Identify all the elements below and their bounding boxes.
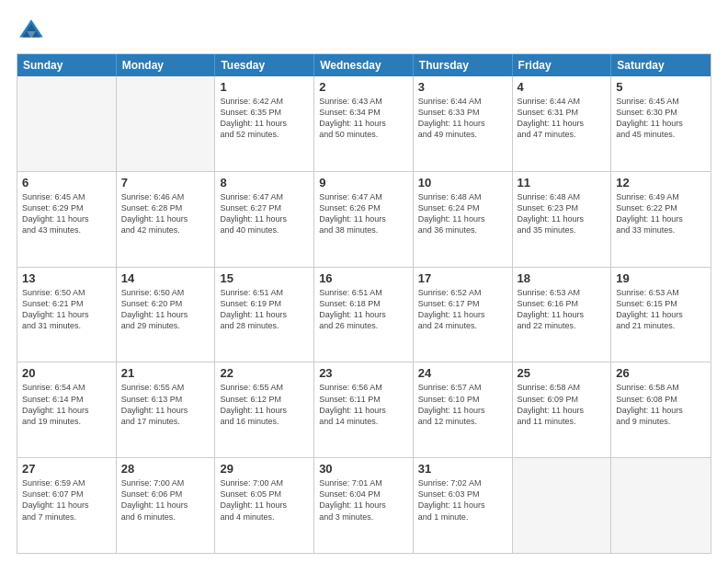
day-number: 24 bbox=[418, 366, 507, 380]
day-number: 13 bbox=[22, 271, 111, 285]
header-cell-friday: Friday bbox=[513, 54, 612, 76]
cal-cell: 25Sunrise: 6:58 AMSunset: 6:09 PMDayligh… bbox=[513, 362, 612, 457]
calendar: SundayMondayTuesdayWednesdayThursdayFrid… bbox=[17, 53, 711, 554]
header-cell-wednesday: Wednesday bbox=[314, 54, 414, 76]
header-cell-tuesday: Tuesday bbox=[215, 54, 314, 76]
cal-cell: 9Sunrise: 6:47 AMSunset: 6:26 PMDaylight… bbox=[314, 172, 414, 267]
cal-cell: 27Sunrise: 6:59 AMSunset: 6:07 PMDayligh… bbox=[17, 458, 117, 553]
cell-detail: Sunrise: 6:45 AMSunset: 6:29 PMDaylight:… bbox=[22, 191, 111, 236]
cell-detail: Sunrise: 6:47 AMSunset: 6:27 PMDaylight:… bbox=[220, 191, 309, 236]
cell-detail: Sunrise: 6:58 AMSunset: 6:09 PMDaylight:… bbox=[518, 382, 607, 427]
day-number: 14 bbox=[121, 271, 210, 285]
cell-detail: Sunrise: 6:46 AMSunset: 6:28 PMDaylight:… bbox=[121, 191, 210, 236]
day-number: 25 bbox=[518, 366, 607, 380]
header bbox=[17, 17, 711, 46]
cell-detail: Sunrise: 6:48 AMSunset: 6:24 PMDaylight:… bbox=[418, 191, 507, 236]
cal-cell: 28Sunrise: 7:00 AMSunset: 6:06 PMDayligh… bbox=[117, 458, 216, 553]
cell-detail: Sunrise: 6:51 AMSunset: 6:18 PMDaylight:… bbox=[319, 287, 408, 332]
day-number: 6 bbox=[22, 176, 111, 190]
cal-cell: 22Sunrise: 6:55 AMSunset: 6:12 PMDayligh… bbox=[215, 362, 314, 457]
cal-row-0: 1Sunrise: 6:42 AMSunset: 6:35 PMDaylight… bbox=[17, 76, 711, 172]
cell-detail: Sunrise: 6:54 AMSunset: 6:14 PMDaylight:… bbox=[22, 382, 111, 427]
cell-detail: Sunrise: 7:01 AMSunset: 6:04 PMDaylight:… bbox=[319, 477, 408, 523]
cal-cell: 10Sunrise: 6:48 AMSunset: 6:24 PMDayligh… bbox=[414, 172, 513, 267]
cell-detail: Sunrise: 6:50 AMSunset: 6:20 PMDaylight:… bbox=[121, 287, 210, 332]
header-cell-sunday: Sunday bbox=[17, 54, 117, 76]
day-number: 4 bbox=[518, 80, 607, 94]
cell-detail: Sunrise: 6:48 AMSunset: 6:23 PMDaylight:… bbox=[518, 191, 607, 236]
cal-cell: 17Sunrise: 6:52 AMSunset: 6:17 PMDayligh… bbox=[414, 268, 513, 362]
cal-row-2: 13Sunrise: 6:50 AMSunset: 6:21 PMDayligh… bbox=[17, 268, 711, 363]
header-cell-thursday: Thursday bbox=[414, 54, 513, 76]
cell-detail: Sunrise: 6:44 AMSunset: 6:31 PMDaylight:… bbox=[518, 96, 607, 141]
day-number: 29 bbox=[220, 462, 309, 476]
cell-detail: Sunrise: 6:52 AMSunset: 6:17 PMDaylight:… bbox=[418, 287, 507, 332]
day-number: 5 bbox=[616, 80, 706, 94]
cal-cell: 14Sunrise: 6:50 AMSunset: 6:20 PMDayligh… bbox=[117, 268, 216, 362]
cal-cell: 15Sunrise: 6:51 AMSunset: 6:19 PMDayligh… bbox=[215, 268, 314, 362]
day-number: 12 bbox=[616, 176, 706, 190]
day-number: 9 bbox=[319, 176, 408, 190]
day-number: 19 bbox=[616, 271, 706, 285]
cal-cell: 5Sunrise: 6:45 AMSunset: 6:30 PMDaylight… bbox=[611, 76, 711, 171]
day-number: 17 bbox=[418, 271, 507, 285]
day-number: 20 bbox=[22, 366, 111, 380]
day-number: 23 bbox=[319, 366, 408, 380]
cell-detail: Sunrise: 6:51 AMSunset: 6:19 PMDaylight:… bbox=[220, 287, 309, 332]
day-number: 22 bbox=[220, 366, 309, 380]
day-number: 11 bbox=[518, 176, 607, 190]
day-number: 27 bbox=[22, 462, 111, 476]
cal-cell: 2Sunrise: 6:43 AMSunset: 6:34 PMDaylight… bbox=[314, 76, 414, 171]
day-number: 3 bbox=[418, 80, 507, 94]
day-number: 21 bbox=[121, 366, 210, 380]
day-number: 18 bbox=[518, 271, 607, 285]
day-number: 7 bbox=[121, 176, 210, 190]
cell-detail: Sunrise: 6:53 AMSunset: 6:16 PMDaylight:… bbox=[518, 287, 607, 332]
cell-detail: Sunrise: 6:47 AMSunset: 6:26 PMDaylight:… bbox=[319, 191, 408, 236]
cell-detail: Sunrise: 6:58 AMSunset: 6:08 PMDaylight:… bbox=[616, 382, 706, 427]
cal-row-3: 20Sunrise: 6:54 AMSunset: 6:14 PMDayligh… bbox=[17, 362, 711, 458]
cal-cell: 19Sunrise: 6:53 AMSunset: 6:15 PMDayligh… bbox=[611, 268, 711, 362]
cal-cell: 26Sunrise: 6:58 AMSunset: 6:08 PMDayligh… bbox=[611, 362, 711, 457]
day-number: 15 bbox=[220, 271, 309, 285]
day-number: 10 bbox=[418, 176, 507, 190]
cell-detail: Sunrise: 6:42 AMSunset: 6:35 PMDaylight:… bbox=[220, 96, 309, 141]
cal-cell: 16Sunrise: 6:51 AMSunset: 6:18 PMDayligh… bbox=[314, 268, 414, 362]
cal-row-1: 6Sunrise: 6:45 AMSunset: 6:29 PMDaylight… bbox=[17, 172, 711, 268]
cal-cell: 6Sunrise: 6:45 AMSunset: 6:29 PMDaylight… bbox=[17, 172, 117, 267]
cal-cell: 13Sunrise: 6:50 AMSunset: 6:21 PMDayligh… bbox=[17, 268, 117, 362]
cell-detail: Sunrise: 6:43 AMSunset: 6:34 PMDaylight:… bbox=[319, 96, 408, 141]
cal-cell: 24Sunrise: 6:57 AMSunset: 6:10 PMDayligh… bbox=[414, 362, 513, 457]
cal-cell bbox=[513, 458, 612, 553]
cal-cell: 3Sunrise: 6:44 AMSunset: 6:33 PMDaylight… bbox=[414, 76, 513, 171]
cal-cell bbox=[611, 458, 711, 553]
day-number: 16 bbox=[319, 271, 408, 285]
cal-cell: 29Sunrise: 7:00 AMSunset: 6:05 PMDayligh… bbox=[215, 458, 314, 553]
cell-detail: Sunrise: 6:50 AMSunset: 6:21 PMDaylight:… bbox=[22, 287, 111, 332]
cell-detail: Sunrise: 6:53 AMSunset: 6:15 PMDaylight:… bbox=[616, 287, 706, 332]
cell-detail: Sunrise: 6:59 AMSunset: 6:07 PMDaylight:… bbox=[22, 477, 111, 523]
calendar-header: SundayMondayTuesdayWednesdayThursdayFrid… bbox=[17, 54, 711, 76]
header-cell-monday: Monday bbox=[117, 54, 216, 76]
cal-cell: 31Sunrise: 7:02 AMSunset: 6:03 PMDayligh… bbox=[414, 458, 513, 553]
cell-detail: Sunrise: 6:55 AMSunset: 6:13 PMDaylight:… bbox=[121, 382, 210, 427]
cell-detail: Sunrise: 6:55 AMSunset: 6:12 PMDaylight:… bbox=[220, 382, 309, 427]
cal-cell: 12Sunrise: 6:49 AMSunset: 6:22 PMDayligh… bbox=[611, 172, 711, 267]
cal-cell: 20Sunrise: 6:54 AMSunset: 6:14 PMDayligh… bbox=[17, 362, 117, 457]
cell-detail: Sunrise: 6:44 AMSunset: 6:33 PMDaylight:… bbox=[418, 96, 507, 141]
cal-cell: 1Sunrise: 6:42 AMSunset: 6:35 PMDaylight… bbox=[215, 76, 314, 171]
cal-cell bbox=[117, 76, 216, 171]
cal-cell: 18Sunrise: 6:53 AMSunset: 6:16 PMDayligh… bbox=[513, 268, 612, 362]
header-cell-saturday: Saturday bbox=[611, 54, 711, 76]
cell-detail: Sunrise: 6:45 AMSunset: 6:30 PMDaylight:… bbox=[616, 96, 706, 141]
day-number: 28 bbox=[121, 462, 210, 476]
day-number: 1 bbox=[220, 80, 309, 94]
cal-cell: 21Sunrise: 6:55 AMSunset: 6:13 PMDayligh… bbox=[117, 362, 216, 457]
cal-cell: 23Sunrise: 6:56 AMSunset: 6:11 PMDayligh… bbox=[314, 362, 414, 457]
cell-detail: Sunrise: 7:00 AMSunset: 6:06 PMDaylight:… bbox=[121, 477, 210, 523]
day-number: 31 bbox=[418, 462, 507, 476]
logo bbox=[17, 17, 51, 46]
cal-cell: 30Sunrise: 7:01 AMSunset: 6:04 PMDayligh… bbox=[314, 458, 414, 553]
cal-cell bbox=[17, 76, 117, 171]
cell-detail: Sunrise: 7:00 AMSunset: 6:05 PMDaylight:… bbox=[220, 477, 309, 523]
